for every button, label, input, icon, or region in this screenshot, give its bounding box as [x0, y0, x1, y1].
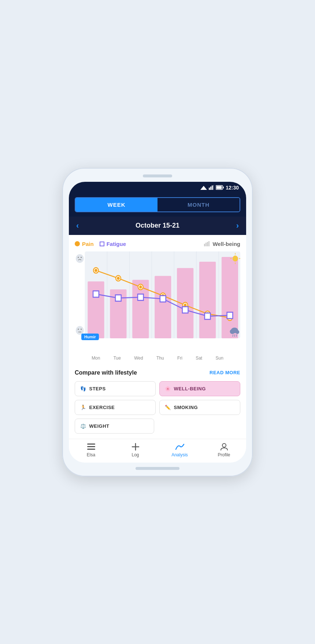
- wellbeing-icon: [204, 241, 210, 247]
- weight-button[interactable]: ⚖️ WEIGHT: [75, 419, 154, 434]
- wellbeing-legend: Well-being: [204, 241, 240, 247]
- svg-marker-0: [200, 186, 207, 190]
- svg-rect-44: [182, 306, 188, 313]
- wellbeing-btn-label: WELL-BEING: [174, 386, 206, 391]
- svg-rect-11: [208, 241, 210, 246]
- svg-rect-46: [227, 312, 233, 318]
- exercise-icon: 🏃: [80, 405, 86, 410]
- phone-screen: 12:30 WEEK MONTH ‹ October 15-21 › Pain: [69, 182, 246, 463]
- chart-tooltip: Humir: [81, 334, 99, 340]
- nav-profile[interactable]: Profile: [213, 443, 235, 457]
- svg-rect-40: [93, 291, 99, 297]
- status-bar: 12:30: [69, 182, 246, 194]
- svg-rect-67: [87, 449, 95, 450]
- chart-container: Humir: [75, 251, 240, 354]
- compare-section: Compare with lifestyle READ MORE 👣 STEPS…: [69, 364, 246, 434]
- svg-point-70: [222, 444, 226, 447]
- svg-line-64: [236, 334, 237, 336]
- svg-point-47: [76, 254, 84, 263]
- svg-rect-10: [207, 242, 208, 246]
- svg-rect-7: [223, 187, 224, 188]
- svg-point-61: [236, 330, 239, 334]
- steps-icon: 👣: [80, 386, 86, 391]
- day-wed: Wed: [134, 356, 143, 361]
- main-content: Pain Fatigue Well-being: [69, 235, 246, 364]
- svg-rect-43: [160, 295, 166, 302]
- smoking-label: SMOKING: [174, 405, 198, 410]
- read-more-button[interactable]: READ MORE: [210, 370, 240, 375]
- exercise-label: EXERCISE: [89, 405, 115, 410]
- profile-nav-label: Profile: [218, 452, 230, 457]
- svg-rect-3: [212, 185, 213, 190]
- date-nav: ‹ October 15-21 ›: [69, 217, 246, 235]
- date-label: October 15-21: [136, 222, 179, 229]
- svg-rect-45: [205, 313, 211, 319]
- svg-point-60: [230, 329, 235, 334]
- profile-nav-icon: [220, 443, 228, 451]
- pain-legend-label: Pain: [82, 241, 94, 247]
- phone-frame: 12:30 WEEK MONTH ‹ October 15-21 › Pain: [62, 168, 253, 476]
- smoking-button[interactable]: ✏️ SMOKING: [159, 400, 240, 415]
- day-labels: Mon Tue Wed Thu Fri Sat Sun: [75, 354, 240, 364]
- svg-rect-9: [205, 243, 207, 246]
- time-display: 12:30: [226, 185, 239, 191]
- svg-point-49: [81, 257, 82, 258]
- toggle-buttons: WEEK MONTH: [75, 197, 240, 212]
- exercise-button[interactable]: 🏃 EXERCISE: [75, 400, 156, 415]
- svg-point-27: [94, 269, 97, 272]
- svg-rect-8: [204, 244, 205, 246]
- day-mon: Mon: [92, 356, 100, 361]
- bottom-nav: Elsa Log Analysis Profile: [69, 439, 246, 463]
- status-icons: 12:30: [200, 185, 239, 191]
- wifi-icon: [200, 185, 207, 190]
- elsa-nav-label: Elsa: [87, 452, 95, 457]
- svg-rect-66: [87, 446, 95, 447]
- smoking-icon: ✏️: [165, 405, 171, 410]
- battery-icon: [216, 185, 224, 190]
- steps-button[interactable]: 👣 STEPS: [75, 381, 156, 396]
- toggle-bar: WEEK MONTH: [69, 194, 246, 217]
- svg-rect-65: [87, 444, 95, 445]
- day-fri: Fri: [177, 356, 182, 361]
- nav-elsa[interactable]: Elsa: [80, 443, 102, 457]
- steps-label: STEPS: [89, 386, 106, 391]
- svg-rect-2: [210, 187, 211, 190]
- lifestyle-grid: 👣 STEPS 🌸 WELL-BEING 🏃 EXERCISE ✏️ SMOKI…: [75, 381, 240, 415]
- svg-rect-22: [155, 276, 171, 338]
- fatigue-legend-square: [100, 242, 104, 246]
- legend: Pain Fatigue Well-being: [75, 241, 240, 247]
- compare-header: Compare with lifestyle READ MORE: [75, 369, 240, 376]
- week-toggle[interactable]: WEEK: [75, 198, 158, 211]
- compare-title: Compare with lifestyle: [75, 369, 137, 376]
- svg-point-52: [81, 328, 82, 330]
- fatigue-legend-label: Fatigue: [107, 241, 126, 247]
- nav-log[interactable]: Log: [125, 443, 147, 457]
- pain-legend-circle: [75, 241, 80, 246]
- month-toggle[interactable]: MONTH: [158, 198, 240, 211]
- analysis-nav-label: Analysis: [171, 452, 188, 457]
- svg-rect-42: [138, 294, 144, 300]
- day-thu: Thu: [156, 356, 164, 361]
- svg-rect-1: [209, 188, 210, 190]
- log-nav-icon: [131, 443, 140, 451]
- weight-icon: ⚖️: [80, 423, 86, 429]
- svg-line-63: [234, 334, 235, 336]
- svg-point-29: [117, 276, 120, 280]
- day-sun: Sun: [215, 356, 223, 361]
- fatigue-legend: Fatigue: [100, 241, 126, 247]
- nav-analysis[interactable]: Analysis: [169, 443, 191, 457]
- prev-arrow[interactable]: ‹: [76, 221, 79, 231]
- day-tue: Tue: [114, 356, 121, 361]
- elsa-nav-icon: [86, 443, 96, 451]
- bottom-pill: [136, 467, 179, 470]
- svg-point-54: [233, 255, 238, 261]
- svg-point-31: [139, 285, 142, 288]
- svg-rect-19: [88, 281, 104, 338]
- wellbeing-legend-label: Well-being: [212, 241, 240, 247]
- chart-svg: [75, 251, 240, 354]
- wellbeing-btn-icon: 🌸: [165, 386, 171, 391]
- wellbeing-button[interactable]: 🌸 WELL-BEING: [159, 381, 240, 396]
- analysis-nav-icon: [175, 443, 185, 451]
- svg-point-51: [78, 328, 79, 330]
- next-arrow[interactable]: ›: [236, 221, 239, 231]
